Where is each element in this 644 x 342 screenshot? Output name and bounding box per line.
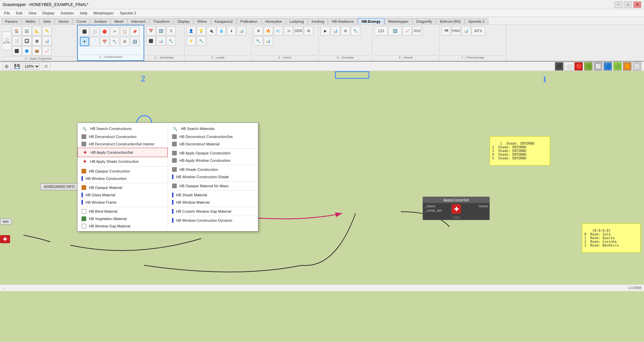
- tb-result-2[interactable]: 🔢: [388, 26, 402, 36]
- tb-hvac-3[interactable]: 💨: [274, 26, 283, 36]
- tb-sched-1[interactable]: 📅: [146, 26, 156, 36]
- close-button[interactable]: ✕: [633, 1, 641, 8]
- view-control-5[interactable]: ⬜: [594, 62, 602, 71]
- dm-window-construction[interactable]: HB Window Construction: [77, 175, 168, 182]
- nav-btn-save[interactable]: 💾: [13, 62, 21, 70]
- tb-constructions-4[interactable]: ✂: [110, 27, 119, 36]
- tb-loads-4[interactable]: 💧: [217, 26, 226, 36]
- nav-btn-fit[interactable]: ⊡: [42, 62, 50, 70]
- tb-btn1[interactable]: 🏠: [12, 26, 21, 36]
- tb-btn-attr[interactable]: 📋ATTR: [2, 31, 11, 50]
- zoom-select[interactable]: 50% 75% 100% 125% 150% 200%: [23, 63, 40, 70]
- tb-loads-1[interactable]: 👤: [186, 26, 196, 36]
- tb-hvac-5[interactable]: SRR: [294, 26, 303, 36]
- tab-mesh[interactable]: Mesh: [111, 18, 127, 24]
- dm-apply-opaque-construction[interactable]: HB Apply Opaque Construction: [168, 149, 258, 157]
- view-control-6[interactable]: 🔵: [603, 62, 612, 71]
- menu-solution[interactable]: Solution: [58, 10, 76, 16]
- dm-window-gap-material[interactable]: HB Window Gap Material: [77, 222, 168, 230]
- tb-constructions-10[interactable]: 🔧: [110, 37, 119, 46]
- tb-constructions-1[interactable]: ⬛: [80, 27, 89, 36]
- menu-help[interactable]: Help: [77, 10, 90, 16]
- view-control-2[interactable]: ⬜: [565, 62, 573, 71]
- dm-deconstruct-construction[interactable]: HB Deconstruct Construction: [77, 133, 168, 140]
- menu-speckle2[interactable]: Speckle 2: [117, 10, 139, 16]
- menu-file[interactable]: File: [1, 10, 13, 16]
- tab-ironbug[interactable]: Ironbug: [308, 18, 328, 24]
- tb-result-3[interactable]: 📈: [402, 26, 412, 36]
- tb-constructions-2[interactable]: ⬜: [90, 27, 99, 36]
- tb-hvac-7[interactable]: 🔧: [254, 36, 263, 46]
- tb-btn9[interactable]: ⬛: [12, 46, 21, 56]
- tb-thermal-3[interactable]: 📊: [462, 26, 471, 36]
- tab-sets[interactable]: Sets: [40, 18, 54, 24]
- dm-vegetation-material[interactable]: HB Vegetation Material: [77, 215, 168, 222]
- tb-result-1[interactable]: 123: [374, 26, 388, 36]
- tb-thermal-1[interactable]: 🗺: [441, 26, 451, 36]
- tab-ladybug[interactable]: Ladybug: [286, 18, 308, 24]
- tb-loads-5[interactable]: 🌡: [227, 26, 236, 36]
- dm-window-material[interactable]: HB Window Material: [168, 199, 258, 206]
- dm-glass-material[interactable]: HB Glass Material: [77, 191, 168, 199]
- tb-constructions-8[interactable]: 📄: [90, 37, 99, 46]
- tb-sim-2[interactable]: 📊: [331, 26, 340, 36]
- tb-btn10[interactable]: 🔷: [22, 46, 32, 56]
- tab-transform[interactable]: Transform: [149, 18, 173, 24]
- tb-btn12[interactable]: 📈: [42, 46, 52, 56]
- tab-maths[interactable]: Maths: [22, 18, 39, 24]
- tb-sched-2[interactable]: 🔢: [156, 26, 166, 36]
- tb-constructions-9[interactable]: 📅: [100, 37, 109, 46]
- tb-btn6[interactable]: 🔲: [22, 36, 32, 46]
- tb-sim-3[interactable]: ⚙: [341, 26, 350, 36]
- dm-window-construction-shade[interactable]: HB Window Construction Shade: [168, 173, 258, 181]
- tb-thermal-2[interactable]: PMV: [451, 26, 461, 36]
- tb-sim-4[interactable]: 🔧: [351, 26, 360, 36]
- tab-rhino[interactable]: Rhino: [194, 18, 211, 24]
- tab-pollination[interactable]: Pollination: [237, 18, 261, 24]
- view-control-3[interactable]: 🔴: [574, 62, 583, 71]
- view-control-8[interactable]: 🟠: [623, 62, 632, 71]
- tab-hb-radiance[interactable]: HB-Radiance: [328, 18, 357, 24]
- dm-window-construction-dynamic[interactable]: HB Window Construction Dynamic: [168, 217, 258, 224]
- minimize-button[interactable]: −: [614, 1, 623, 8]
- tb-sched-5[interactable]: 📊: [156, 36, 166, 46]
- tab-hb-energy[interactable]: HB-Energy: [358, 18, 384, 24]
- tb-sched-6[interactable]: 🔧: [166, 36, 176, 46]
- dm-shade-material[interactable]: HB Shade Material: [168, 191, 258, 199]
- tab-honeybee[interactable]: Honeybee: [262, 18, 286, 24]
- tab-curve[interactable]: Curve: [73, 18, 90, 24]
- tb-btn8[interactable]: 📊: [42, 36, 52, 46]
- tb-loads-8[interactable]: 🔧: [197, 36, 206, 46]
- dm-shade-construction[interactable]: HB Shade Construction: [168, 166, 258, 173]
- tb-hvac-1[interactable]: ❄: [254, 26, 263, 36]
- tb-loads-6[interactable]: 📊: [237, 26, 246, 36]
- dm-custom-window-gap[interactable]: HB Custom Window Gap Material: [168, 208, 258, 215]
- dm-blind-material[interactable]: HB Blind Material: [77, 208, 168, 215]
- tab-dragonfly[interactable]: Dragonfly: [413, 18, 436, 24]
- tab-vector[interactable]: Vector: [55, 18, 72, 24]
- dm-deconstruct-constructionset-interior[interactable]: HB Deconstruct ConstructionSet Interior: [77, 140, 168, 148]
- view-control-7[interactable]: 🟢: [613, 62, 622, 71]
- view-control-4[interactable]: 🌿: [584, 62, 593, 71]
- tb-loads-7[interactable]: ⚡: [186, 36, 196, 46]
- tb-btn4[interactable]: 📏: [42, 26, 52, 36]
- tb-constructions-3[interactable]: 🔴: [100, 27, 109, 36]
- tb-result-4[interactable]: RUI: [413, 26, 422, 36]
- tb-constructions-5[interactable]: 📋: [120, 27, 129, 36]
- tb-btn2[interactable]: 🏢: [22, 26, 32, 36]
- tb-loads-3[interactable]: 🔌: [207, 26, 216, 36]
- tb-constructions-7[interactable]: ▼: [80, 37, 89, 46]
- tab-params[interactable]: Params: [1, 18, 21, 24]
- menu-view[interactable]: View: [26, 10, 39, 16]
- menu-edit[interactable]: Edit: [13, 10, 25, 16]
- view-control-9[interactable]: ⚪: [633, 62, 641, 71]
- tab-surface[interactable]: Surface: [90, 18, 110, 24]
- dm-apply-constructionset[interactable]: ✚ HB Apply ConstructionSet: [77, 148, 168, 157]
- dm-search-constructions[interactable]: 🔍 HB Search Constructions: [77, 124, 168, 133]
- dm-apply-window-construction[interactable]: HB Apply Window Construction: [168, 157, 258, 164]
- tb-sim-1[interactable]: ▶: [321, 26, 330, 36]
- nav-btn-grid[interactable]: ⊞: [3, 62, 11, 70]
- dm-apply-shade-construction[interactable]: ✚ HB Apply Shade Construction: [77, 157, 168, 166]
- tab-speckle2-ribbon[interactable]: Speckle 2: [465, 18, 488, 24]
- tb-hvac-4[interactable]: 🌬: [284, 26, 293, 36]
